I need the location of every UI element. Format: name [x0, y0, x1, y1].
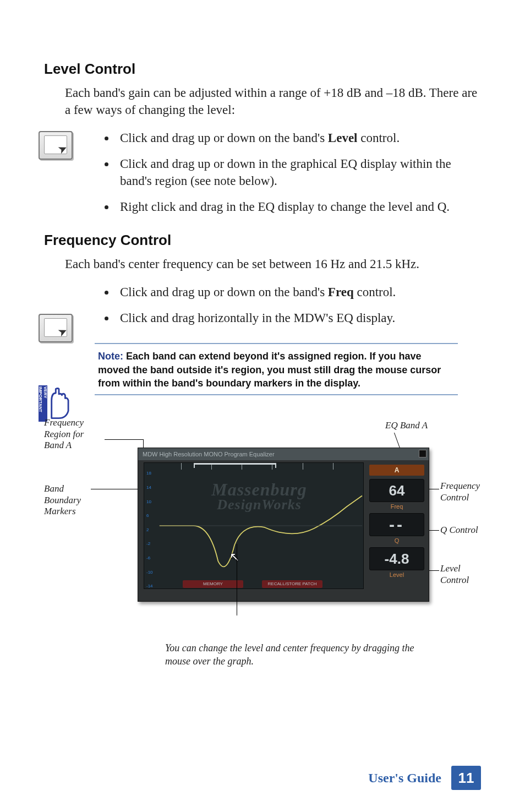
q-label: Q	[369, 537, 424, 544]
cursor-icon: ↖	[229, 550, 239, 564]
leader-line	[237, 544, 237, 615]
hand-icon	[48, 388, 69, 419]
level-label: Level	[369, 571, 424, 578]
eq-graph-display[interactable]: 1814 106 2-2 -6-10 -14-18 Massenburg Des…	[144, 462, 364, 589]
callout-frequency-control: Frequency Control	[440, 481, 495, 503]
freq-label: Freq	[369, 503, 424, 510]
document-page: Level Control Each band's gain can be ad…	[0, 0, 525, 812]
freq-readout[interactable]: 64	[369, 479, 424, 502]
leader-line	[429, 530, 439, 531]
bullet-list-freq: Click and drag up or down on the band's …	[44, 284, 481, 326]
list-item: Click and drag up or down on the band's …	[116, 129, 481, 146]
list-item: Right click and drag in the EQ display t…	[116, 198, 481, 215]
paragraph-freq-intro: Each band's center frequency can be set …	[44, 255, 481, 273]
footer-guide-label: User's Guide	[368, 771, 441, 786]
leader-line	[429, 570, 439, 571]
text: Click and drag horizontally in the MDW's…	[120, 311, 395, 325]
text-bold: Level	[328, 131, 358, 145]
leader-line	[429, 489, 439, 489]
eq-diagram: Frequency Region for Band A Band Boundar…	[44, 417, 479, 632]
callout-level-control: Level Control	[440, 563, 484, 586]
callout-band-markers: Band Boundary Markers	[44, 483, 94, 517]
text: control.	[357, 131, 400, 145]
level-readout[interactable]: -4.8	[369, 547, 424, 570]
list-item: Click and drag up or down on the band's …	[116, 284, 481, 301]
text: Right click and drag in the EQ display t…	[120, 200, 450, 214]
figure-caption: You can change the level and center freq…	[165, 642, 418, 668]
callout-eq-band: EQ Band A	[385, 420, 428, 431]
list-item: Click and drag horizontally in the MDW's…	[116, 309, 481, 326]
list-item: Click and drag up or down in the graphic…	[116, 155, 481, 189]
recall-store-button[interactable]: RECALL/STORE PATCH	[262, 580, 322, 588]
eq-bottom-buttons: MEMORY RECALL/STORE PATCH	[183, 577, 352, 586]
q-readout[interactable]: --	[369, 513, 424, 536]
eq-side-panel: A 64 Freq -- Q -4.8 Level	[369, 465, 424, 597]
text: control.	[354, 285, 396, 299]
text-bold: Freq	[328, 285, 354, 299]
note-label: Note:	[98, 351, 123, 362]
heading-frequency-control: Frequency Control	[44, 232, 481, 249]
mouse-icon: ➤	[39, 131, 75, 162]
page-footer: User's Guide 11	[368, 766, 481, 790]
note-block: Note: Each band can extend beyond it's a…	[95, 343, 458, 395]
mouse-icon: ➤	[39, 314, 75, 345]
callout-q-control: Q Control	[440, 525, 478, 536]
very-important-tab: VERY IMPORTANT	[39, 385, 47, 422]
bullet-list-level: Click and drag up or down on the band's …	[44, 129, 481, 215]
paragraph-level-intro: Each band's gain can be adjusted within …	[44, 84, 481, 118]
eq-title: MDW High Resolution MONO Program Equaliz…	[143, 451, 275, 457]
eq-titlebar[interactable]: MDW High Resolution MONO Program Equaliz…	[138, 448, 429, 460]
note-text: Each band can extend beyond it's assigne…	[98, 351, 441, 389]
memory-button[interactable]: MEMORY	[183, 580, 243, 588]
page-number: 11	[451, 766, 481, 790]
band-tab-a[interactable]: A	[369, 465, 424, 476]
text: Click and drag up or down on the band's	[120, 285, 328, 299]
callout-frequency-region: Frequency Region for Band A	[44, 417, 105, 451]
eq-curve	[144, 463, 363, 588]
eq-plugin-window[interactable]: MDW High Resolution MONO Program Equaliz…	[138, 448, 429, 602]
text: Click and drag up or down in the graphic…	[120, 157, 451, 188]
heading-level-control: Level Control	[44, 61, 481, 78]
close-icon[interactable]	[419, 450, 426, 457]
text: Click and drag up or down on the band's	[120, 131, 328, 145]
leader-line	[105, 439, 143, 440]
